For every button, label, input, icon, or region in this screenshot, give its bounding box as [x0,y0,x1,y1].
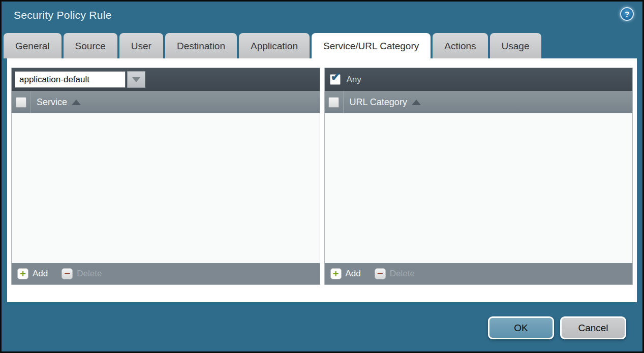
url-category-select-all-cell [325,91,344,113]
minus-icon: − [62,268,73,279]
url-category-panel: ✔ Any URL Category + Add − Delete [324,68,633,285]
security-policy-rule-dialog: Security Policy Rule ? General Source Us… [0,0,644,353]
delete-button-label: Delete [77,269,102,279]
url-category-column-label[interactable]: URL Category [350,97,407,108]
titlebar: Security Policy Rule ? [2,2,642,33]
dialog-buttons: OK Cancel [488,316,626,339]
plus-icon: + [17,268,28,279]
service-list-body[interactable] [12,113,320,263]
service-add-button[interactable]: + Add [17,268,48,279]
url-category-list-body[interactable] [325,113,633,263]
service-select-all-checkbox[interactable] [16,97,26,108]
chevron-down-icon [132,77,140,82]
checkmark-icon: ✔ [331,71,341,83]
help-icon[interactable]: ? [620,7,634,21]
url-category-delete-button[interactable]: − Delete [375,268,415,279]
url-category-column-header: URL Category [325,91,633,113]
tab-application[interactable]: Application [239,33,310,58]
url-category-footer: + Add − Delete [325,263,633,284]
dialog-title: Security Policy Rule [14,9,112,21]
ok-button[interactable]: OK [488,316,554,339]
url-category-add-button[interactable]: + Add [330,268,361,279]
service-type-dropdown-button[interactable] [127,71,145,88]
add-button-label: Add [346,269,361,279]
url-category-toolbar: ✔ Any [325,68,633,91]
sort-ascending-icon[interactable] [412,100,421,105]
cancel-button[interactable]: Cancel [560,316,626,339]
service-column-header: Service [12,91,320,113]
tab-content: Service + Add − Delete ✔ Any [7,58,637,302]
service-footer: + Add − Delete [12,263,320,284]
delete-button-label: Delete [390,269,415,279]
tab-user[interactable]: User [119,33,163,58]
plus-icon: + [330,268,342,279]
tab-source[interactable]: Source [64,33,117,58]
service-select-all-cell [12,91,30,113]
add-button-label: Add [33,269,48,279]
any-label: Any [347,75,361,85]
service-column-label[interactable]: Service [37,97,67,108]
sort-ascending-icon[interactable] [72,100,81,105]
minus-icon: − [375,268,386,279]
service-panel: Service + Add − Delete [11,68,320,285]
tab-bar: General Source User Destination Applicat… [2,33,642,58]
service-type-dropdown-input[interactable] [15,71,126,88]
service-toolbar [12,68,320,91]
tab-actions[interactable]: Actions [433,33,487,58]
tab-destination[interactable]: Destination [165,33,237,58]
tab-service-url-category[interactable]: Service/URL Category [312,33,431,58]
url-category-select-all-checkbox[interactable] [328,97,339,108]
tab-usage[interactable]: Usage [490,33,541,58]
tab-general[interactable]: General [4,33,62,58]
service-delete-button[interactable]: − Delete [62,268,102,279]
any-checkbox[interactable]: ✔ [330,74,341,85]
